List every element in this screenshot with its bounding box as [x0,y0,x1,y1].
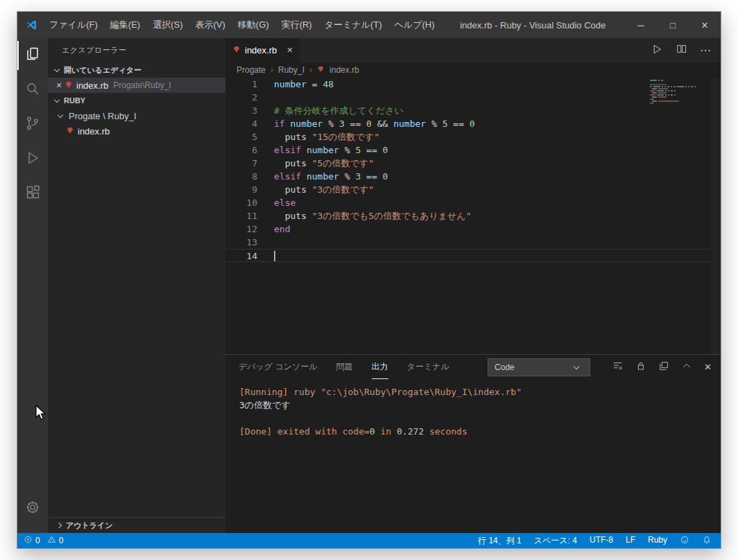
problems-status[interactable]: 0 0 [17,535,67,546]
code-text: end [274,222,290,236]
editor-scrollbar[interactable] [711,78,721,354]
tree-folder-row[interactable]: Progate \ Ruby_I [48,108,225,123]
menu-item[interactable]: 選択(S) [146,12,189,38]
open-output-in-editor-icon[interactable] [658,360,669,374]
split-editor-button[interactable] [676,43,687,58]
panel-tab-terminal[interactable]: ターミナル [407,355,449,379]
lock-scroll-icon[interactable] [635,360,646,374]
indentation[interactable]: スペース: 4 [534,535,577,547]
panel-tab-output[interactable]: 出力 [372,355,388,379]
run-debug-icon [24,150,41,169]
output-channel-select[interactable]: Code [488,358,590,376]
line-number: 12 [225,222,257,236]
run-code-button[interactable] [651,43,663,58]
open-editor-item[interactable]: ✕ index.rb Progate\Ruby_I [48,78,225,93]
code-text: puts "15の倍数です" [274,130,379,143]
menu-bar: ファイル(F)編集(E)選択(S)表示(V)移動(G)実行(R)ターミナル(T)… [43,12,440,38]
open-editors-section[interactable]: 開いているエディター [48,62,225,78]
minimap-line [650,92,711,94]
main-area: エクスプローラー 開いているエディター ✕ index.rb Progate\R… [17,38,721,533]
code-editor[interactable]: 1number = 4823# 条件分岐を作成してください4if number … [225,78,721,354]
tree-file-row[interactable]: index.rb [48,123,225,139]
code-line[interactable]: 11 puts "3の倍数でも5の倍数でもありません" [225,209,711,222]
breadcrumb-item[interactable]: index.rb [329,65,359,75]
activity-extensions[interactable] [17,177,48,211]
explorer-sidebar: エクスプローラー 開いているエディター ✕ index.rb Progate\R… [48,38,225,533]
maximize-panel-icon[interactable] [681,360,692,374]
code-line[interactable]: 12end [225,222,711,236]
chevron-down-icon [58,112,63,118]
more-actions-button[interactable]: ⋯ [700,44,711,57]
minimap-line [650,98,711,100]
settings-manage[interactable] [17,491,48,526]
breadcrumb-item[interactable]: Progate [237,65,266,75]
vscode-window: ファイル(F)編集(E)選択(S)表示(V)移動(G)実行(R)ターミナル(T)… [17,11,721,549]
code-line[interactable]: 8elsif number % 3 == 0 [225,170,711,183]
activity-explorer[interactable] [17,38,48,73]
output-line [239,412,721,425]
minimap-line [650,82,711,83]
minimap[interactable] [650,80,711,109]
menu-item[interactable]: 編集(E) [104,12,146,38]
code-line[interactable]: 2 [225,91,711,104]
minimap-line [650,103,711,104]
tab-index-rb[interactable]: index.rb ✕ [225,38,300,62]
text-cursor [274,251,275,261]
code-line[interactable]: 14 [225,249,711,262]
notifications-bell-icon[interactable] [702,535,712,547]
minimap-line [650,84,711,85]
cursor-position[interactable]: 行 14、列 1 [478,535,522,547]
window-controls: ─ □ ✕ [625,12,721,38]
feedback-smiley-icon[interactable] [680,535,689,547]
minimize-button[interactable]: ─ [625,12,657,38]
warning-icon [47,535,56,546]
encoding[interactable]: UTF-8 [590,535,613,547]
chevron-down-icon [574,363,579,369]
code-line[interactable]: 10else [225,196,711,209]
language-mode[interactable]: Ruby [648,535,667,547]
workspace-section[interactable]: RUBY [48,93,225,108]
search-icon [24,80,41,100]
editor-tab-bar: index.rb ✕ ⋯ [225,38,721,62]
output-line: [Running] ruby "c:\job\Ruby\Progate\Ruby… [239,385,721,399]
menu-item[interactable]: 表示(V) [189,12,232,38]
outline-section[interactable]: アウトライン [48,517,225,533]
code-line[interactable]: 5 puts "15の倍数です" [225,130,711,143]
activity-bar [17,38,48,533]
code-line[interactable]: 1number = 48 [225,78,711,91]
maximize-button[interactable]: □ [657,12,689,38]
activity-search[interactable] [17,73,48,107]
code-line[interactable]: 4if number % 3 == 0 && number % 5 == 0 [225,117,711,130]
close-editor-icon[interactable]: ✕ [53,81,65,90]
minimap-line [650,100,711,102]
menu-item[interactable]: ヘルプ(H) [388,12,441,38]
tab-label: index.rb [245,45,277,55]
tab-close-icon[interactable]: ✕ [286,46,293,55]
breadcrumb-item[interactable]: Ruby_I [278,65,304,75]
line-number: 8 [225,170,257,183]
code-line[interactable]: 9 puts "3の倍数です" [225,183,711,196]
eol[interactable]: LF [626,535,635,547]
panel-tab-problems[interactable]: 問題 [336,355,353,379]
code-line[interactable]: 3# 条件分岐を作成してください [225,104,711,117]
menu-item[interactable]: ターミナル(T) [318,12,388,38]
close-button[interactable]: ✕ [689,12,721,38]
output-content[interactable]: [Running] ruby "c:\job\Ruby\Progate\Ruby… [225,379,721,533]
menu-item[interactable]: 実行(R) [275,12,318,38]
code-text: puts "5の倍数です" [274,157,374,170]
menu-item[interactable]: ファイル(F) [43,12,104,38]
minimap-line [650,107,711,108]
minimap-line [650,80,711,81]
code-line[interactable]: 7 puts "5の倍数です" [225,157,711,170]
activity-run-debug[interactable] [17,142,48,177]
git-branch-icon [24,115,41,134]
menu-item[interactable]: 移動(G) [232,12,275,38]
clear-output-icon[interactable] [612,360,624,374]
line-number: 4 [225,117,257,130]
activity-source-control[interactable] [17,107,48,142]
open-editors-label: 開いているエディター [64,65,141,76]
close-panel-icon[interactable]: ✕ [704,362,712,372]
panel-tab-debug-console[interactable]: デバッグ コンソール [239,355,318,379]
code-line[interactable]: 13 [225,236,711,249]
code-line[interactable]: 6elsif number % 5 == 0 [225,143,711,157]
